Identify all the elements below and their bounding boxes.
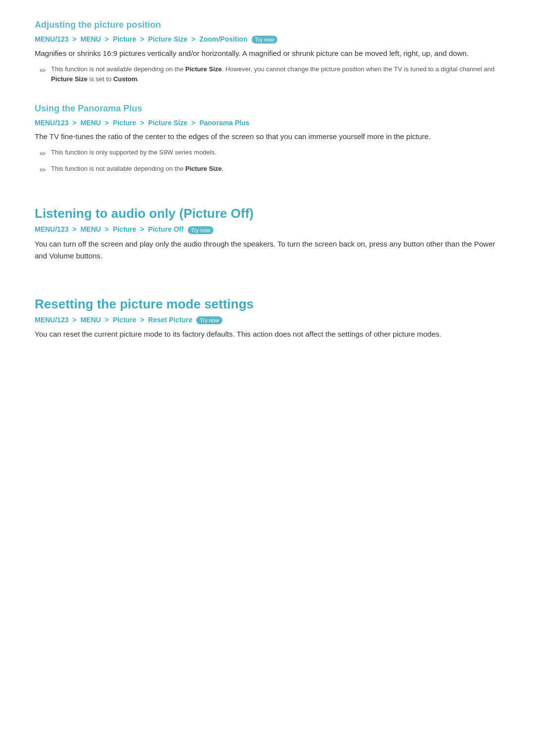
arrow-listen-3: > [140, 225, 146, 233]
note-adjusting-1: ✏ This function is not available dependi… [40, 64, 500, 84]
note-panorama-1: ✏ This function is only supported by the… [40, 148, 500, 160]
arrow-reset-1: > [72, 316, 78, 324]
body-text-panorama: The TV fine-tunes the ratio of the cente… [35, 131, 500, 143]
breadcrumb-pano-1[interactable]: MENU/123 [35, 119, 68, 127]
breadcrumb-reset-1[interactable]: MENU/123 [35, 316, 68, 324]
breadcrumb-reset-3[interactable]: Picture [113, 316, 136, 324]
section-adjusting-picture-position: Adjusting the picture position MENU/123 … [35, 15, 500, 84]
note-panorama-2: ✏ This function is not available dependi… [40, 164, 500, 176]
arrow-icon-1: > [72, 35, 78, 43]
arrow-listen-1: > [72, 225, 78, 233]
breadcrumb-item-3[interactable]: Picture [113, 35, 136, 43]
section-title-listening: Listening to audio only (Picture Off) [35, 196, 500, 221]
breadcrumb-adjusting: MENU/123 > MENU > Picture > Picture Size… [35, 35, 500, 44]
note-text-panorama-1: This function is only supported by the S… [51, 148, 216, 157]
breadcrumb-reset-4[interactable]: Reset Picture [148, 316, 192, 324]
body-text-adjusting: Magnifies or shrinks 16:9 pictures verti… [35, 48, 500, 59]
section-listening-audio: Listening to audio only (Picture Off) ME… [35, 191, 500, 261]
arrow-icon-4: > [191, 35, 197, 43]
section-resetting-picture: Resetting the picture mode settings MENU… [35, 282, 500, 340]
breadcrumb-pano-2[interactable]: MENU [80, 119, 101, 127]
arrow-reset-2: > [105, 316, 111, 324]
arrow-reset-3: > [140, 316, 146, 324]
arrow-pano-2: > [105, 119, 111, 127]
section-panorama-plus: Using the Panorama Plus MENU/123 > MENU … [35, 99, 500, 176]
pencil-icon-2: ✏ [40, 148, 46, 160]
breadcrumb-resetting: MENU/123 > MENU > Picture > Reset Pictur… [35, 316, 500, 324]
breadcrumb-item-1[interactable]: MENU/123 [35, 35, 68, 43]
breadcrumb-pano-3[interactable]: Picture [113, 119, 136, 127]
pencil-icon-3: ✏ [40, 164, 46, 176]
breadcrumb-listen-4[interactable]: Picture Off [148, 225, 184, 233]
breadcrumb-item-2[interactable]: MENU [80, 35, 101, 43]
note-text-adjusting-1: This function is not available depending… [51, 64, 500, 84]
try-now-button-2[interactable]: Try now [188, 226, 214, 234]
pencil-icon-1: ✏ [40, 65, 46, 77]
arrow-pano-3: > [140, 119, 146, 127]
section-title-panorama: Using the Panorama Plus [35, 99, 500, 114]
try-now-button-3[interactable]: Try now [196, 316, 222, 324]
breadcrumb-reset-2[interactable]: MENU [80, 316, 101, 324]
breadcrumb-listen-3[interactable]: Picture [113, 225, 136, 233]
breadcrumb-listen-2[interactable]: MENU [80, 225, 101, 233]
arrow-icon-3: > [140, 35, 146, 43]
arrow-listen-2: > [105, 225, 111, 233]
breadcrumb-item-4[interactable]: Picture Size [148, 35, 187, 43]
arrow-pano-4: > [191, 119, 197, 127]
breadcrumb-item-5[interactable]: Zoom/Position [199, 35, 247, 43]
breadcrumb-listening: MENU/123 > MENU > Picture > Picture Off … [35, 225, 500, 234]
section-title-resetting: Resetting the picture mode settings [35, 287, 500, 312]
arrow-pano-1: > [72, 119, 78, 127]
breadcrumb-pano-5[interactable]: Panorama Plus [199, 119, 249, 127]
breadcrumb-listen-1[interactable]: MENU/123 [35, 225, 68, 233]
section-title-adjusting: Adjusting the picture position [35, 15, 500, 30]
body-text-listening: You can turn off the screen and play onl… [35, 238, 500, 262]
arrow-icon-2: > [105, 35, 111, 43]
try-now-button-1[interactable]: Try now [252, 36, 278, 44]
note-text-panorama-2: This function is not available depending… [51, 164, 223, 174]
breadcrumb-panorama: MENU/123 > MENU > Picture > Picture Size… [35, 119, 500, 127]
breadcrumb-pano-4[interactable]: Picture Size [148, 119, 187, 127]
body-text-resetting: You can reset the current picture mode t… [35, 328, 500, 340]
